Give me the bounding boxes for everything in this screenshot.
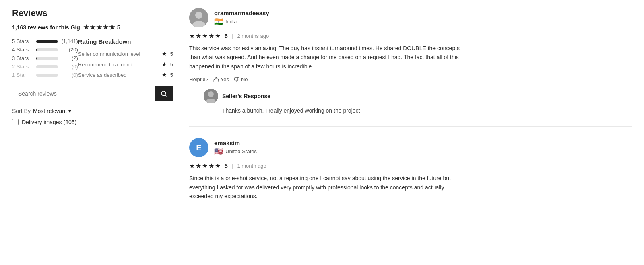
star-3: ★ bbox=[96, 23, 102, 31]
overall-rating-number: 5 bbox=[117, 24, 120, 31]
bar-track bbox=[36, 74, 58, 77]
bar-count: (2) bbox=[61, 55, 78, 61]
review-time: 1 month ago bbox=[237, 163, 266, 169]
thumbs-down-icon bbox=[234, 77, 239, 82]
sort-select[interactable]: Most relevant ▾ bbox=[33, 108, 71, 114]
star-2: ★ bbox=[90, 23, 95, 31]
review-stars: ★★★★★ bbox=[189, 32, 221, 40]
review-rating-number: 5 bbox=[225, 33, 228, 39]
overall-stars: ★ ★ ★ ★ ★ 5 bbox=[83, 23, 120, 31]
seller-response-header: Seller's Response bbox=[204, 89, 632, 103]
bar-track bbox=[36, 48, 58, 51]
breakdown-value: 5 bbox=[170, 51, 173, 57]
review-star: ★ bbox=[202, 32, 208, 40]
star-label: 4 Stars bbox=[12, 47, 33, 53]
star-label: 5 Stars bbox=[12, 38, 33, 44]
breakdown-value: 5 bbox=[170, 72, 173, 78]
reviewer-info: grammarmadeeasy 🇮🇳 India bbox=[214, 10, 269, 26]
review-card: E emaksim 🇺🇸 United States ★★★★★ 5 | 1 m… bbox=[189, 138, 632, 218]
breakdown-row: Service as described ★ 5 bbox=[78, 72, 173, 78]
left-panel: Reviews 1,163 reviews for this Gig ★ ★ ★… bbox=[12, 8, 173, 229]
sort-selected: Most relevant bbox=[33, 108, 67, 114]
seller-response-text: Thanks a bunch, I really enjoyed working… bbox=[222, 107, 632, 115]
bar-count: (0) bbox=[61, 64, 78, 70]
helpful-label: Helpful? bbox=[189, 76, 208, 82]
reviewer-name: emaksim bbox=[214, 140, 257, 146]
review-star: ★ bbox=[189, 162, 195, 170]
chevron-down-icon: ▾ bbox=[68, 108, 71, 114]
bar-track bbox=[36, 40, 58, 43]
delivery-images-checkbox[interactable] bbox=[12, 119, 19, 125]
breakdown-value: 5 bbox=[170, 62, 173, 68]
breakdown-section: Rating Breakdown Seller communication le… bbox=[78, 38, 173, 82]
seller-avatar bbox=[204, 89, 218, 103]
country-name: India bbox=[225, 18, 237, 25]
reviewer-header: E emaksim 🇺🇸 United States bbox=[189, 138, 632, 157]
right-panel: grammarmadeeasy 🇮🇳 India ★★★★★ 5 | 2 mon… bbox=[189, 8, 632, 229]
svg-point-3 bbox=[195, 12, 202, 19]
review-star: ★ bbox=[196, 32, 201, 40]
reviews-count-row: 1,163 reviews for this Gig ★ ★ ★ ★ ★ 5 bbox=[12, 23, 173, 31]
reviewer-country: 🇮🇳 India bbox=[214, 17, 269, 26]
reviewer-country: 🇺🇸 United States bbox=[214, 147, 257, 156]
search-box bbox=[12, 86, 173, 101]
review-star: ★ bbox=[208, 32, 214, 40]
star-bar-row[interactable]: 3 Stars (2) bbox=[12, 55, 78, 61]
breakdown-star-icon: ★ bbox=[162, 51, 167, 57]
left-top-section: 5 Stars (1,141) 4 Stars (20) 3 Stars (2)… bbox=[12, 38, 173, 86]
flag-icon: 🇮🇳 bbox=[214, 17, 223, 26]
breakdown-items: Seller communication level ★ 5 Recommend… bbox=[78, 51, 173, 78]
star-label: 2 Stars bbox=[12, 64, 33, 70]
star-label: 1 Star bbox=[12, 72, 33, 78]
helpful-no-button[interactable]: No bbox=[234, 76, 248, 82]
review-text: Since this is a one-shot service, not a … bbox=[189, 174, 463, 201]
review-meta: ★★★★★ 5 | 2 months ago bbox=[189, 32, 632, 40]
breakdown-label: Recommend to a friend bbox=[78, 62, 159, 68]
star-bars: 5 Stars (1,141) 4 Stars (20) 3 Stars (2)… bbox=[12, 38, 78, 78]
review-separator: | bbox=[232, 33, 233, 39]
search-input[interactable] bbox=[12, 86, 155, 101]
bar-track bbox=[36, 57, 58, 60]
helpful-row: Helpful? Yes No bbox=[189, 76, 632, 82]
review-separator: | bbox=[232, 163, 233, 169]
review-text: This service was honestly amazing. The g… bbox=[189, 44, 463, 71]
bar-track bbox=[36, 65, 58, 68]
search-button[interactable] bbox=[155, 86, 173, 101]
review-stars: ★★★★★ bbox=[189, 162, 221, 170]
review-star: ★ bbox=[189, 32, 195, 40]
bar-fill bbox=[36, 40, 58, 43]
bar-count: (20) bbox=[61, 47, 78, 53]
country-name: United States bbox=[225, 148, 257, 154]
sort-row: Sort By Most relevant ▾ bbox=[12, 108, 173, 114]
star-bar-row[interactable]: 2 Stars (0) bbox=[12, 64, 78, 70]
seller-response-label: Seller's Response bbox=[222, 93, 270, 99]
review-star: ★ bbox=[208, 162, 214, 170]
sort-label: Sort By bbox=[12, 108, 31, 114]
avatar-placeholder-icon bbox=[189, 8, 208, 27]
reviewer-info: emaksim 🇺🇸 United States bbox=[214, 140, 257, 156]
star-5: ★ bbox=[109, 23, 115, 31]
breakdown-star-icon: ★ bbox=[162, 61, 167, 68]
star-bar-row[interactable]: 1 Star (0) bbox=[12, 72, 78, 78]
star-1: ★ bbox=[83, 23, 89, 31]
delivery-images-row: Delivery images (805) bbox=[12, 119, 173, 125]
helpful-yes-button[interactable]: Yes bbox=[213, 76, 229, 82]
review-star: ★ bbox=[196, 162, 201, 170]
breakdown-star-icon: ★ bbox=[162, 72, 167, 78]
breakdown-label: Service as described bbox=[78, 72, 159, 78]
review-star: ★ bbox=[215, 162, 221, 170]
breakdown-row: Recommend to a friend ★ 5 bbox=[78, 61, 173, 68]
svg-line-1 bbox=[165, 95, 166, 96]
star-bar-row[interactable]: 5 Stars (1,141) bbox=[12, 38, 78, 44]
flag-icon: 🇺🇸 bbox=[214, 147, 223, 156]
reviews-title: Reviews bbox=[12, 8, 173, 18]
seller-response: Seller's Response Thanks a bunch, I real… bbox=[197, 89, 632, 115]
review-meta: ★★★★★ 5 | 1 month ago bbox=[189, 162, 632, 170]
star-bar-row[interactable]: 4 Stars (20) bbox=[12, 47, 78, 53]
star-4: ★ bbox=[103, 23, 108, 31]
review-rating-number: 5 bbox=[225, 163, 228, 169]
star-bars-section: 5 Stars (1,141) 4 Stars (20) 3 Stars (2)… bbox=[12, 38, 78, 86]
review-time: 2 months ago bbox=[237, 33, 269, 39]
delivery-images-label[interactable]: Delivery images (805) bbox=[22, 119, 76, 125]
bar-count: (1,141) bbox=[61, 38, 78, 44]
